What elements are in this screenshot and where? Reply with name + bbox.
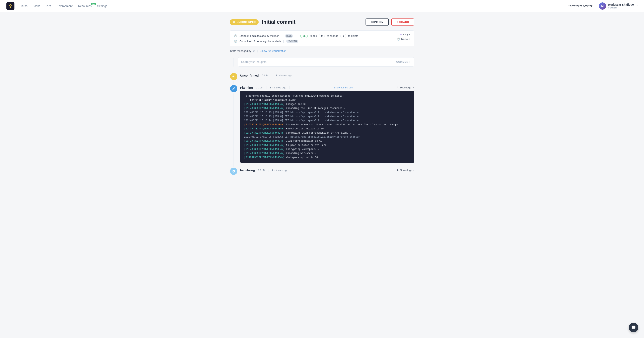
log-line: [01F7JF332TPYQMVEDCW6JN8E4Y] Generating … — [244, 131, 410, 135]
show-logs-button[interactable]: ⬇ Show logs ▾ — [397, 168, 414, 172]
init-title: Initializing — [240, 168, 255, 172]
nav-settings[interactable]: Settings — [97, 5, 107, 8]
delete-label: to delete — [348, 34, 358, 37]
navbar: Runs Tasks PRs Environment Resources New… — [0, 0, 644, 12]
timeline-item-planning: Planning 00:08 | 3 minutes ago | Show fu… — [230, 84, 414, 167]
tl-left: 👁 — [230, 72, 238, 84]
add-label: to add — [310, 34, 317, 37]
nav-environment[interactable]: Environment — [57, 5, 73, 8]
nav-runs[interactable]: Runs — [21, 5, 28, 8]
started-text: Started: 4 minutes ago by mudash — [240, 34, 279, 37]
meta-right: ⬡ 0.15.0 🕐 Tracked — [390, 34, 410, 41]
log-line: 2021/06/22 17:18:25 [DEBUG] GET https://… — [244, 135, 410, 139]
nav-tasks[interactable]: Tasks — [33, 5, 40, 8]
tl-right-planning: Planning 00:08 | 3 minutes ago | Show fu… — [238, 84, 414, 167]
user-handle: mudash — [608, 6, 634, 9]
tl-connector-planning — [234, 93, 234, 167]
clock-icon-2: 🕐 — [234, 40, 237, 43]
log-line: [01F7JF332TPYQMVEDCW6JN8E4Y] Encrypting … — [244, 147, 410, 151]
run-meta: 🕐 Started: 4 minutes ago by mudash | mai… — [230, 30, 414, 46]
changes-row: 25 to add 0 to change 0 to delete — [300, 34, 358, 38]
timeline: 👁 Unconfirmed 03:24 | 3 minutes ago — [230, 72, 414, 178]
started-row: 🕐 Started: 4 minutes ago by mudash | mai… — [234, 34, 390, 38]
comment-section: COMMENT — [230, 57, 414, 67]
user-name: Mudassar Shafique — [608, 3, 634, 6]
hide-logs-button[interactable]: ⬇ Hide logs ▲ — [397, 86, 414, 89]
comment-input-row: COMMENT — [238, 57, 414, 67]
unconfirmed-icon-circle: 👁 — [230, 73, 237, 80]
state-managed: State managed by ⚙ — [230, 49, 255, 52]
log-line: [01F7JF332TPYQMVEDCW6JN8E4Y] Changes are… — [244, 102, 410, 106]
log-line: 2021/06/22 17:18:24 [DEBUG] GET https://… — [244, 119, 410, 123]
header-actions: CONFIRM DISCARD — [366, 19, 414, 26]
tracked-row: 🕐 Tracked — [397, 38, 410, 41]
timeline-item-unconfirmed: 👁 Unconfirmed 03:24 | 3 minutes ago — [230, 72, 414, 84]
tl-header-unconfirmed: Unconfirmed 03:24 | 3 minutes ago — [240, 72, 414, 77]
user-menu[interactable]: M Mudassar Shafique mudash ▾ — [599, 3, 638, 10]
change-badge: 0 — [319, 34, 325, 38]
run-title: Initial commit — [262, 19, 362, 25]
tl-right-unconfirmed: Unconfirmed 03:24 | 3 minutes ago — [238, 72, 414, 84]
terraform-icon: ⬡ — [400, 34, 402, 37]
planning-title: Planning — [240, 86, 253, 89]
user-info: Mudassar Shafique mudash — [608, 3, 634, 9]
confirm-button[interactable]: CONFIRM — [366, 19, 389, 26]
log-line: [01F7JF332TPYQMVEDCW6JN8E4Y] Uploading w… — [244, 151, 410, 155]
planning-icon-circle — [230, 85, 237, 92]
timeline-line — [234, 58, 234, 67]
tl-connector — [234, 81, 234, 84]
gear-icon-tl — [232, 170, 235, 173]
committed-row: 🕐 Committed: 3 hours ago by mudash | 050… — [234, 40, 390, 43]
unconfirmed-time: 3 minutes ago — [276, 74, 292, 77]
main-content: 👁 UNCONFIRMED Initial commit CONFIRM DIS… — [226, 12, 418, 184]
clock-icon: 🕐 — [234, 34, 237, 37]
comment-input[interactable] — [238, 58, 392, 66]
delete-badge: 0 — [340, 34, 346, 38]
log-line: 2021/06/22 17:18:23 [DEBUG] GET https://… — [244, 114, 410, 119]
branch-badge: main — [285, 34, 293, 38]
timeline-dot — [230, 57, 238, 67]
log-line: [01F7JF332TPYQMVEDCW6JN8E4Y] No plan pol… — [244, 143, 410, 147]
commit-badge: 050f618 — [286, 40, 298, 43]
planning-duration: 00:08 — [256, 86, 262, 89]
eye-icon: 👁 — [232, 21, 236, 24]
chevron-down-icon-init: ▾ — [413, 169, 414, 171]
main-nav: Runs Tasks PRs Environment Resources New… — [21, 5, 562, 8]
nav-resources[interactable]: Resources New — [78, 5, 92, 8]
log-line: [01F7JF332TPYQMVEDCW6JN8E4Y] Please be a… — [244, 123, 410, 127]
comment-button[interactable]: COMMENT — [392, 58, 414, 66]
log-line: terraform apply "spacelift.plan" — [244, 98, 410, 102]
init-duration: 00:08 — [258, 168, 264, 172]
new-badge: New — [91, 3, 96, 5]
log-line: [01F7JF332TPYQMVEDCW6JN8E4Y] Resource li… — [244, 127, 410, 131]
tl-right-init: Initializing 00:08 | 4 minutes ago ⬇ Sho… — [238, 167, 414, 178]
pencil-icon — [232, 87, 235, 90]
chevron-down-icon: ▾ — [636, 5, 638, 7]
comment-box: COMMENT — [238, 57, 414, 67]
logo[interactable] — [6, 2, 14, 10]
tl-left-planning — [230, 84, 238, 167]
show-full-screen-link[interactable]: Show full screen — [334, 86, 353, 89]
nav-prs[interactable]: PRs — [46, 5, 51, 8]
discard-button[interactable]: DISCARD — [391, 19, 414, 26]
meta-left: 🕐 Started: 4 minutes ago by mudash | mai… — [234, 34, 390, 43]
log-line: [01F7JF332TPYQMVEDCW6JN8E4Y] Workspace u… — [244, 155, 410, 159]
chevron-up-icon: ▲ — [412, 86, 414, 89]
init-time: 4 minutes ago — [272, 168, 288, 172]
eye-icon-tl: 👁 — [232, 75, 235, 78]
tf-version: ⬡ 0.15.0 — [397, 34, 410, 37]
tl-header-planning: Planning 00:08 | 3 minutes ago | Show fu… — [240, 84, 414, 89]
log-line: [01F7JF332TPYQMVEDCW6JN8E4Y] Uploading t… — [244, 106, 410, 110]
log-line: [01F7JF332TPYQMVEDCW6JN8E4Y] JSON repres… — [244, 139, 410, 143]
track-icon: 🕐 — [397, 38, 400, 41]
log-terminal: To perform exactly these actions, run th… — [240, 91, 414, 163]
tl-left-init — [230, 167, 238, 178]
unconfirmed-duration: 03:24 — [262, 74, 269, 77]
download-icon: ⬇ — [397, 86, 399, 89]
unconfirmed-title: Unconfirmed — [240, 74, 259, 77]
change-label: to change — [327, 34, 338, 37]
init-icon-circle — [230, 167, 237, 175]
status-badge: 👁 UNCONFIRMED — [230, 19, 258, 25]
show-visualization-link[interactable]: Show run visualization — [260, 49, 286, 52]
log-line: To perform exactly these actions, run th… — [244, 94, 410, 98]
